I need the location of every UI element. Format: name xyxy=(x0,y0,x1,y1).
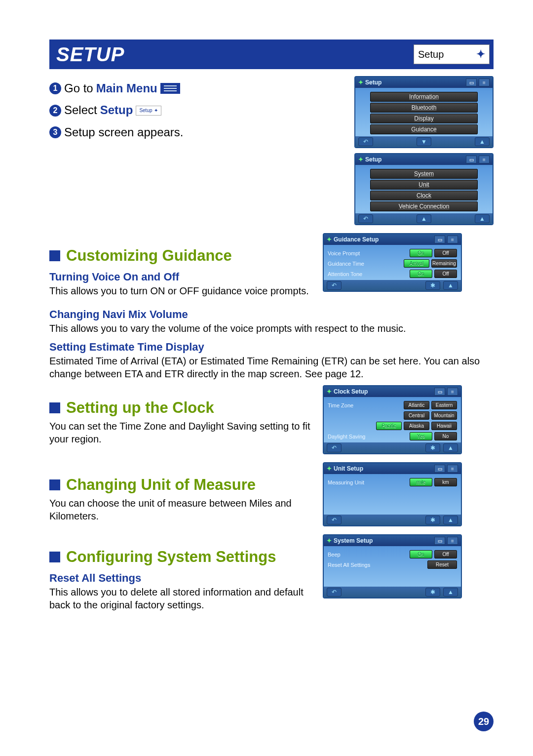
back-icon[interactable]: ↶ xyxy=(358,137,373,146)
option-row: Beep On Off xyxy=(328,549,457,559)
clock-body: You can set the Time Zone and Daylight S… xyxy=(49,420,311,445)
menu-icon[interactable]: ≡ xyxy=(447,388,458,396)
bluetooth-icon[interactable]: ✱ xyxy=(425,516,440,524)
tz-mountain[interactable]: Mountain xyxy=(431,411,457,420)
option-label: Voice Prompt xyxy=(328,250,408,256)
beep-label: Beep xyxy=(328,552,408,557)
wrench-icon: ✦ xyxy=(358,156,363,163)
window-icon[interactable]: ▭ xyxy=(434,465,445,473)
step-bullet-1: 1 xyxy=(49,82,61,94)
window-icon[interactable]: ▭ xyxy=(434,537,445,545)
step-2-link: Setup xyxy=(100,101,133,119)
list-item[interactable]: Guidance xyxy=(370,124,478,134)
back-icon[interactable]: ↶ xyxy=(327,516,342,524)
back-icon[interactable]: ↶ xyxy=(358,214,373,223)
wrench-icon: ✦ xyxy=(327,537,332,544)
page-number: 29 xyxy=(474,712,494,731)
window-icon[interactable]: ▭ xyxy=(466,156,477,163)
h3-mix: Changing Navi Mix Volume xyxy=(49,308,494,321)
scroll-up-icon[interactable]: ▲ xyxy=(475,214,490,223)
bluetooth-icon[interactable]: ✱ xyxy=(425,281,440,290)
option-label: Attention Tone xyxy=(328,271,408,277)
step-1-pre: Go to xyxy=(64,79,93,98)
unit-mile[interactable]: mile xyxy=(410,478,432,486)
option-on[interactable]: On xyxy=(410,249,432,257)
option-off[interactable]: Off xyxy=(434,270,457,278)
bluetooth-icon[interactable]: ✱ xyxy=(425,588,440,597)
option-row: Reset All Settings Reset xyxy=(328,559,457,570)
dst-label: Daylight Saving xyxy=(328,434,408,439)
reset-body: This allows you to delete all stored inf… xyxy=(49,586,311,611)
scroll-up-icon[interactable]: ▲ xyxy=(443,281,458,290)
menu-icon[interactable]: ≡ xyxy=(447,236,458,243)
tz-alaska[interactable]: Alaska xyxy=(404,422,429,430)
h2-unit: Changing Unit of Measure xyxy=(49,476,311,494)
device-panel-guidance: ✦ Guidance Setup ▭ ≡ Voice Prompt On Off… xyxy=(323,233,462,292)
list-item[interactable]: Unit xyxy=(370,180,478,190)
tz-eastern[interactable]: Eastern xyxy=(431,401,457,409)
scroll-up-icon[interactable]: ▲ xyxy=(443,588,458,597)
option-row: Measuring Unit mile km xyxy=(328,477,457,487)
menu-icon[interactable]: ≡ xyxy=(479,79,490,86)
tz-pacific[interactable]: Pacific xyxy=(376,422,402,430)
list-item[interactable]: Clock xyxy=(370,191,478,200)
option-on[interactable]: On xyxy=(410,270,432,278)
mix-body: This allows you to vary the volume of th… xyxy=(49,322,494,335)
step-3-text: Setup screen appears. xyxy=(64,123,184,142)
menu-icon[interactable]: ≡ xyxy=(447,537,458,545)
chevron-down-icon[interactable]: ▼ xyxy=(417,137,431,146)
chevron-up-icon[interactable]: ▲ xyxy=(417,214,431,223)
tz-hawaii[interactable]: Hawaii xyxy=(431,422,457,430)
dst-no[interactable]: No xyxy=(434,432,457,440)
device-panel-clock: ✦ Clock Setup ▭ ≡ Time Zone Atlantic Eas… xyxy=(323,385,462,454)
device-panel-setup-2: ✦ Setup ▭ ≡ System Unit Clock Vehicle Co… xyxy=(354,153,494,225)
wrench-icon: ✦ xyxy=(154,107,158,115)
setup-chip-label: Setup xyxy=(418,49,444,60)
menu-icon[interactable]: ≡ xyxy=(479,156,490,163)
list-item[interactable]: Vehicle Connection xyxy=(370,201,478,211)
bluetooth-icon[interactable]: ✱ xyxy=(425,443,440,452)
beep-on[interactable]: On xyxy=(410,550,432,558)
unit-km[interactable]: km xyxy=(434,478,457,486)
scroll-up-icon[interactable]: ▲ xyxy=(443,443,458,452)
wrench-icon: ✦ xyxy=(327,465,332,472)
tz-label: Time Zone xyxy=(328,402,402,408)
h3-eta: Setting Estimate Time Display xyxy=(49,341,494,354)
voice-body: This allows you to turn ON or OFF guidan… xyxy=(49,284,311,297)
option-row: Voice Prompt On Off xyxy=(328,248,457,258)
tz-atlantic[interactable]: Atlantic xyxy=(404,401,429,409)
window-icon[interactable]: ▭ xyxy=(466,79,477,86)
menu-icon[interactable]: ≡ xyxy=(447,465,458,473)
step-bullet-3: 3 xyxy=(49,126,61,138)
panel-title: Unit Setup xyxy=(334,465,363,472)
option-row: Daylight Saving Yes No xyxy=(328,431,457,441)
device-panel-system: ✦ System Setup ▭ ≡ Beep On Off Reset All… xyxy=(323,534,462,598)
back-icon[interactable]: ↶ xyxy=(327,443,342,452)
tz-central[interactable]: Central xyxy=(404,411,429,420)
scroll-up-icon[interactable]: ▲ xyxy=(443,516,458,524)
panel-title: Guidance Setup xyxy=(334,236,379,243)
device-panel-unit: ✦ Unit Setup ▭ ≡ Measuring Unit mile km … xyxy=(323,462,462,526)
list-item[interactable]: Bluetooth xyxy=(370,103,478,113)
window-icon[interactable]: ▭ xyxy=(434,236,445,243)
reset-button[interactable]: Reset xyxy=(427,560,457,569)
wrench-icon: ✦ xyxy=(327,236,332,243)
option-row: Time Zone Atlantic Eastern xyxy=(328,400,457,410)
reset-label: Reset All Settings xyxy=(328,562,425,568)
list-item[interactable]: Information xyxy=(370,92,478,102)
dst-yes[interactable]: Yes xyxy=(410,432,432,440)
beep-off[interactable]: Off xyxy=(434,550,457,558)
panel-title: Setup xyxy=(365,79,381,86)
back-icon[interactable]: ↶ xyxy=(327,588,342,597)
option-remaining[interactable]: Remaining xyxy=(431,259,457,268)
back-icon[interactable]: ↶ xyxy=(327,281,342,290)
window-icon[interactable]: ▭ xyxy=(434,388,445,396)
main-menu-icon xyxy=(160,83,180,94)
option-row: Central Mountain xyxy=(328,410,457,421)
scroll-up-icon[interactable]: ▲ xyxy=(475,137,490,146)
option-arrival[interactable]: Arrival xyxy=(404,259,429,268)
option-off[interactable]: Off xyxy=(434,249,457,257)
list-item[interactable]: Display xyxy=(370,114,478,123)
option-label: Guidance Time xyxy=(328,261,402,267)
list-item[interactable]: System xyxy=(370,169,478,179)
